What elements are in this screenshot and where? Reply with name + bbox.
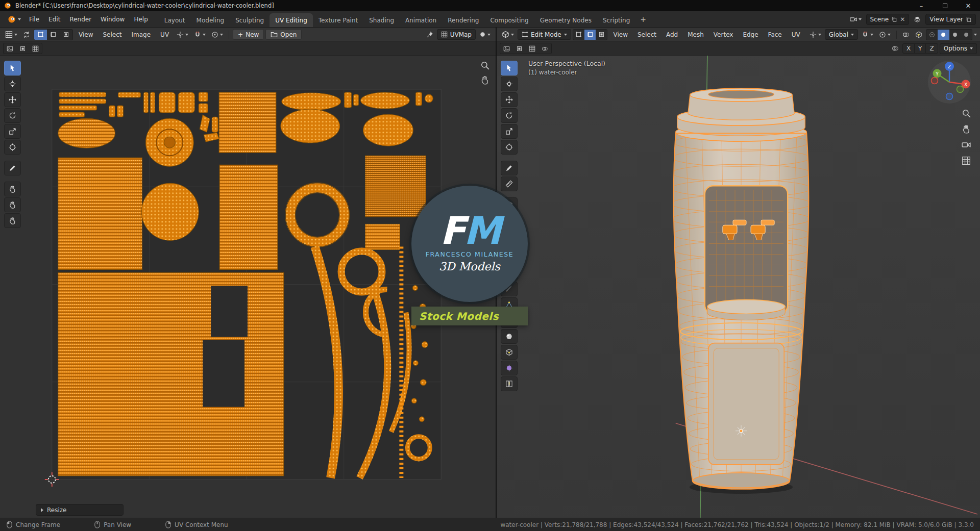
menu-file[interactable]: File	[24, 14, 44, 24]
scale-tool[interactable]	[4, 124, 21, 139]
uv-overlay-toggle-2[interactable]	[16, 43, 29, 54]
uv-sync-select-toggle[interactable]	[21, 30, 32, 39]
mesh-symmetry-icon-button[interactable]	[890, 44, 901, 53]
chevron-down-icon[interactable]	[974, 34, 977, 36]
shading-material-button[interactable]	[949, 30, 961, 40]
cursor-tool[interactable]	[501, 77, 518, 91]
new-view-layer-icon[interactable]	[966, 16, 972, 22]
image-new-button[interactable]: + New	[233, 29, 264, 40]
viewport-toggle-1[interactable]	[500, 43, 513, 54]
transform-tool[interactable]	[4, 140, 21, 155]
vp-menu-uv[interactable]: UV	[788, 30, 804, 40]
vp-menu-edge[interactable]: Edge	[739, 30, 762, 40]
vp-menu-view[interactable]: View	[609, 30, 631, 40]
maximize-button[interactable]	[933, 0, 957, 11]
uv-menu-uv[interactable]: UV	[156, 30, 173, 40]
grab-tool[interactable]	[4, 182, 21, 196]
workspace-tab-modeling[interactable]: Modeling	[191, 13, 230, 27]
editor-type-button[interactable]	[3, 30, 19, 39]
pinch-tool[interactable]	[4, 213, 21, 228]
new-scene-icon[interactable]	[891, 16, 897, 22]
face-select-mode-button[interactable]	[596, 30, 607, 40]
rotate-tool[interactable]	[4, 108, 21, 123]
edge-slide-tool[interactable]	[501, 345, 518, 360]
transform-orientation-selector[interactable]: Global	[825, 29, 858, 40]
uv-select-edge-button[interactable]	[47, 30, 60, 40]
edge-select-mode-button[interactable]	[584, 30, 596, 40]
pan-hand-icon[interactable]	[962, 124, 971, 134]
scene-selector[interactable]: Scene ✕	[866, 14, 910, 25]
scene-browse-button[interactable]	[848, 15, 864, 24]
mode-selector[interactable]: Edit Mode	[518, 29, 571, 40]
workspace-tab-layout[interactable]: Layout	[159, 13, 191, 27]
tweak-tool[interactable]	[4, 61, 21, 75]
unlink-scene-icon[interactable]: ✕	[900, 16, 905, 23]
cursor-tool[interactable]	[4, 77, 21, 91]
relax-tool[interactable]	[4, 197, 21, 212]
operator-redo-panel[interactable]: Resize	[36, 504, 124, 516]
uv-map-selector[interactable]: UVMap	[437, 29, 476, 40]
pan-hand-icon[interactable]	[480, 75, 489, 85]
uv-menu-select[interactable]: Select	[99, 30, 126, 40]
menu-window[interactable]: Window	[96, 14, 129, 24]
uv-select-face-button[interactable]	[60, 30, 72, 40]
uv-overlay-toggle-3[interactable]	[29, 43, 42, 54]
uv-snap-dropdown[interactable]	[192, 30, 208, 39]
rotate-tool[interactable]	[501, 108, 518, 123]
minimize-button[interactable]: –	[910, 0, 933, 11]
add-workspace-button[interactable]: +	[635, 11, 651, 27]
workspace-tab-rendering[interactable]: Rendering	[442, 13, 484, 27]
uv-pivot-dropdown[interactable]	[175, 30, 190, 39]
shrink-fatten-tool[interactable]	[501, 361, 518, 375]
viewport-toggle-4[interactable]	[538, 43, 551, 54]
rip-region-tool[interactable]	[501, 376, 518, 391]
annotate-tool[interactable]	[501, 161, 518, 175]
workspace-tab-shading[interactable]: Shading	[363, 13, 400, 27]
view-layer-browse-button[interactable]	[912, 15, 923, 24]
menu-help[interactable]: Help	[129, 14, 152, 24]
vp-menu-vertex[interactable]: Vertex	[709, 30, 738, 40]
viewport-toggle-3[interactable]	[526, 43, 538, 54]
show-overlays-toggle[interactable]	[900, 30, 912, 39]
scale-tool[interactable]	[501, 124, 518, 139]
options-dropdown[interactable]: Options	[940, 43, 977, 54]
uv-menu-image[interactable]: Image	[128, 30, 155, 40]
vp-menu-mesh[interactable]: Mesh	[683, 30, 708, 40]
annotate-tool[interactable]	[4, 161, 21, 175]
uv-overlay-toggle-1[interactable]	[4, 43, 16, 54]
editor-type-button[interactable]	[500, 30, 516, 39]
vertex-select-mode-button[interactable]	[573, 30, 584, 40]
shading-solid-button[interactable]	[938, 30, 949, 40]
orthographic-toggle-icon[interactable]	[962, 156, 971, 165]
uv-menu-view[interactable]: View	[75, 30, 97, 40]
snap-dropdown[interactable]	[860, 30, 875, 39]
uv-select-vertex-button[interactable]	[34, 30, 47, 40]
workspace-tab-texture-paint[interactable]: Texture Paint	[313, 13, 363, 27]
workspace-tab-geometry-nodes[interactable]: Geometry Nodes	[534, 13, 597, 27]
smooth-tool[interactable]	[501, 329, 518, 344]
blender-menu-button[interactable]	[4, 15, 24, 23]
vp-menu-select[interactable]: Select	[633, 30, 660, 40]
menu-render[interactable]: Render	[65, 14, 96, 24]
tweak-tool[interactable]	[501, 61, 518, 75]
proportional-editing-dropdown[interactable]	[877, 30, 893, 39]
mirror-z-toggle[interactable]: Z	[926, 44, 937, 53]
move-tool[interactable]	[501, 92, 518, 107]
menu-edit[interactable]: Edit	[44, 14, 65, 24]
workspace-tab-animation[interactable]: Animation	[400, 13, 442, 27]
move-tool[interactable]	[4, 92, 21, 107]
mirror-y-toggle[interactable]: Y	[915, 44, 926, 53]
uv-proportional-editing-dropdown[interactable]	[209, 30, 225, 39]
shading-rendered-button[interactable]	[961, 30, 972, 40]
navigation-gizmo[interactable]: Z Y X	[926, 59, 973, 106]
xray-toggle[interactable]	[913, 30, 924, 39]
camera-view-icon[interactable]	[962, 140, 971, 149]
workspace-tab-uv-editing[interactable]: UV Editing	[270, 13, 313, 27]
workspace-tab-scripting[interactable]: Scripting	[597, 13, 635, 27]
uv-map-pin-button[interactable]	[425, 30, 435, 39]
close-button[interactable]: ✕	[957, 0, 980, 11]
vp-menu-face[interactable]: Face	[764, 30, 786, 40]
viewport-toggle-2[interactable]	[513, 43, 526, 54]
view-layer-selector[interactable]: View Layer	[925, 14, 976, 25]
water-cooler-model[interactable]	[672, 88, 811, 494]
